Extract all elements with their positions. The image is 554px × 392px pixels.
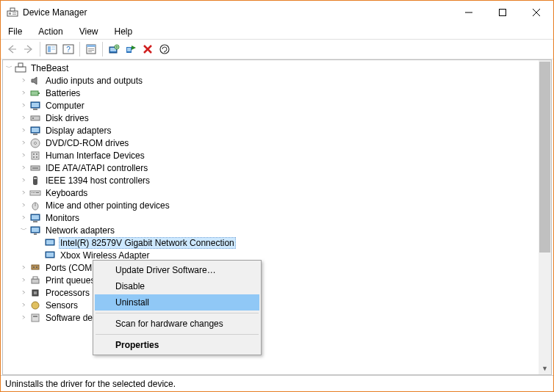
mouse-icon <box>29 200 41 211</box>
chevron-right-icon[interactable]: ﹥ <box>19 76 28 85</box>
chevron-down-icon[interactable]: ﹀ <box>4 63 13 73</box>
ctx-separator <box>96 334 259 335</box>
status-text: Uninstalls the driver for the selected d… <box>5 379 176 389</box>
help-button[interactable]: ? <box>60 41 76 57</box>
ide-icon <box>29 162 41 174</box>
properties-button[interactable] <box>83 41 99 57</box>
chevron-right-icon[interactable]: ﹥ <box>19 163 28 173</box>
chevron-right-icon[interactable]: ﹥ <box>19 275 28 285</box>
status-bar: Uninstalls the driver for the selected d… <box>1 375 553 391</box>
toolbar: ? <box>1 39 553 59</box>
tree-label: Mice and other pointing devices <box>44 200 171 211</box>
tree-item[interactable]: ﹥IDE ATA/ATAPI controllers <box>3 161 539 174</box>
chevron-right-icon[interactable]: ﹥ <box>19 88 28 98</box>
tree-item[interactable]: ﹥Human Interface Devices <box>3 149 539 161</box>
disk-icon <box>29 112 41 124</box>
scroll-down-arrow[interactable]: ▼ <box>539 362 551 374</box>
svg-rect-72 <box>33 277 37 279</box>
svg-rect-67 <box>46 253 54 257</box>
svg-rect-62 <box>32 228 39 232</box>
chevron-right-icon[interactable]: ﹥ <box>19 313 28 322</box>
ctx-uninstall[interactable]: Uninstall <box>95 294 259 311</box>
svg-rect-44 <box>36 153 37 155</box>
tree-item[interactable]: ﹥Software devices <box>3 311 539 324</box>
chevron-right-icon[interactable]: ﹥ <box>19 175 28 185</box>
vertical-scrollbar[interactable]: ▲ ▼ <box>539 60 551 374</box>
tree-label: Computer <box>44 101 86 111</box>
tree-label: Batteries <box>44 88 82 98</box>
maximize-button[interactable] <box>486 1 519 24</box>
tree-item[interactable]: ﹥Display adapters <box>3 124 539 137</box>
audio-icon <box>29 75 41 87</box>
tree-item[interactable]: ﹥Sensors <box>3 299 539 311</box>
tree-label: Xbox Wireless Adapter <box>59 250 151 261</box>
tree-label: Keyboards <box>44 188 89 198</box>
disable-button[interactable] <box>123 41 139 57</box>
tree-item[interactable]: ﹥Keyboards <box>3 186 539 199</box>
svg-rect-19 <box>88 51 92 52</box>
chevron-right-icon[interactable]: ﹥ <box>19 113 28 123</box>
chevron-right-icon[interactable]: ﹥ <box>19 150 28 160</box>
tree-item-network-adapters[interactable]: ﹀Network adapters <box>3 224 539 236</box>
chevron-right-icon[interactable]: ﹥ <box>19 126 28 135</box>
tree-item[interactable]: ﹥IEEE 1394 host controllers <box>3 174 539 186</box>
svg-rect-77 <box>33 316 37 317</box>
chevron-right-icon[interactable]: ﹥ <box>19 138 28 148</box>
tree-item[interactable]: Xbox Wireless Adapter <box>3 249 539 261</box>
menu-view[interactable]: View <box>76 26 101 37</box>
tree-item[interactable]: ﹥Disk drives <box>3 112 539 124</box>
toolbar-separator <box>40 42 40 57</box>
tree-label: DVD/CD-ROM drives <box>44 138 130 148</box>
chevron-right-icon[interactable]: ﹥ <box>19 101 28 110</box>
menu-action[interactable]: Action <box>35 26 65 37</box>
svg-rect-1 <box>9 12 11 15</box>
tree-item[interactable]: ﹥Processors <box>3 286 539 299</box>
menu-file[interactable]: File <box>5 26 25 37</box>
svg-rect-28 <box>15 67 26 72</box>
forward-button[interactable] <box>21 41 37 57</box>
chevron-right-icon[interactable]: ﹥ <box>19 300 28 310</box>
tree-item[interactable]: ﹥Ports (COM & LPT) <box>3 261 539 274</box>
ctx-scan-hardware[interactable]: Scan for hardware changes <box>95 316 259 332</box>
menu-help[interactable]: Help <box>112 26 136 37</box>
scan-hardware-button[interactable] <box>157 41 173 57</box>
svg-rect-53 <box>33 192 34 193</box>
tree-label: Network adapters <box>44 225 116 236</box>
show-console-tree-button[interactable] <box>43 41 60 57</box>
svg-rect-43 <box>33 153 35 155</box>
tree-item[interactable]: ﹥Computer <box>3 99 539 112</box>
chevron-right-icon[interactable]: ﹥ <box>19 213 28 222</box>
ctx-disable[interactable]: Disable <box>95 278 259 294</box>
monitor-icon <box>29 212 41 224</box>
tree-item-selected[interactable]: Intel(R) 82579V Gigabit Network Connecti… <box>3 236 539 249</box>
tree-item[interactable]: ﹥Batteries <box>3 87 539 99</box>
chevron-right-icon[interactable]: ﹥ <box>19 288 28 297</box>
tree-item[interactable]: ﹥DVD/CD-ROM drives <box>3 137 539 149</box>
tree-item[interactable]: ﹥Monitors <box>3 211 539 224</box>
minimize-button[interactable] <box>452 1 486 24</box>
back-button[interactable] <box>4 41 20 57</box>
tree-pane: ﹀ TheBeast ﹥Audio inputs and outputs ﹥Ba… <box>2 59 552 375</box>
computer-icon <box>15 62 26 74</box>
svg-rect-24 <box>127 48 131 51</box>
chevron-right-icon[interactable]: ﹥ <box>19 200 28 210</box>
uninstall-button[interactable] <box>140 41 156 57</box>
ctx-properties[interactable]: Properties <box>95 337 259 353</box>
svg-rect-45 <box>33 156 35 158</box>
svg-rect-59 <box>32 215 39 219</box>
chevron-right-icon[interactable]: ﹥ <box>19 188 28 197</box>
device-tree[interactable]: ﹀ TheBeast ﹥Audio inputs and outputs ﹥Ba… <box>3 60 539 374</box>
tree-root[interactable]: ﹀ TheBeast <box>3 62 539 74</box>
tree-item[interactable]: ﹥Mice and other pointing devices <box>3 199 539 211</box>
scrollbar-thumb[interactable] <box>539 62 550 253</box>
tree-item[interactable]: ﹥Print queues <box>3 274 539 286</box>
chevron-down-icon[interactable]: ﹀ <box>19 225 28 235</box>
svg-point-41 <box>35 142 37 144</box>
tree-item[interactable]: ﹥Audio inputs and outputs <box>3 74 539 87</box>
port-icon <box>29 262 41 274</box>
ctx-update-driver[interactable]: Update Driver Software… <box>95 262 259 278</box>
update-driver-button[interactable] <box>106 41 122 57</box>
svg-rect-11 <box>51 46 55 48</box>
close-button[interactable] <box>519 1 553 24</box>
chevron-right-icon[interactable]: ﹥ <box>19 263 28 272</box>
